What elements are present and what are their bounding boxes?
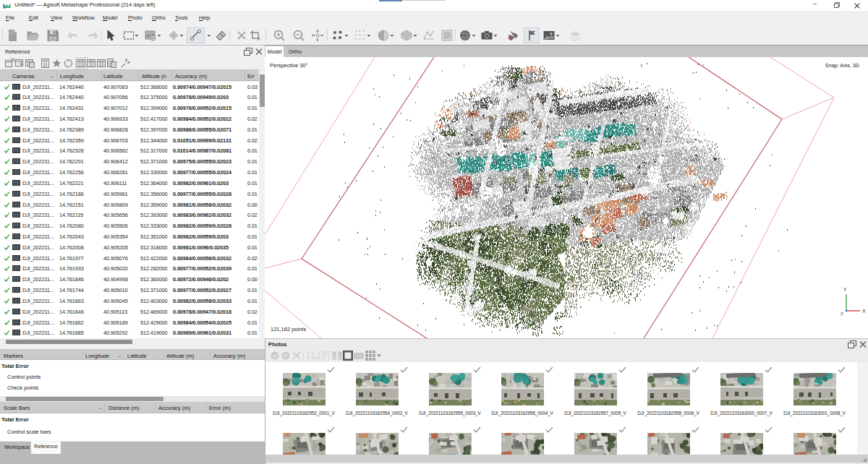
svg-text:X: X [862, 309, 866, 314]
svg-text:Z: Z [841, 312, 843, 316]
svg-text:Y: Y [843, 287, 847, 292]
